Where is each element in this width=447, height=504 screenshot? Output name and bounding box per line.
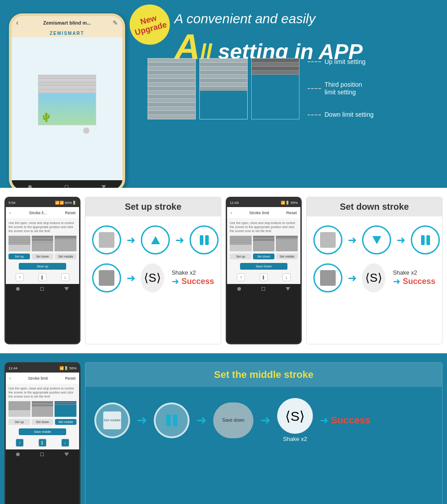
setdown-shake-label: Shake x2 [393,269,435,276]
phone-top-bar: ‹ Zemismart blind m... ✎ [12,16,122,30]
phone-back-icon: ‹ [16,19,18,27]
setup-stroke-body: ➜ ➜ ➜ ⟨S⟩ Shake x2 [85,216,221,301]
blind-labels: Up limit setting Third position limit se… [308,58,374,119]
middle-success-label: Success [331,415,371,426]
setup-stroke-title: Set up stroke [85,197,221,216]
setdown-success-label: Success [403,277,435,286]
phone-nav [12,180,122,188]
setup-step3-icon [190,225,219,254]
middle-arrow-4: ➜ [320,414,329,427]
setup-step1-icon [92,225,121,254]
middle-arrow-2: ➜ [196,413,207,428]
ps-body-left: Use the open, close and stop buttons to … [6,218,79,284]
phone-title: Zemismart blind m... [43,20,91,25]
blind-diagram-3 [251,58,299,119]
up-limit-label: Up limit setting [308,58,374,66]
setdown-step1-icon [313,225,342,254]
setup-shake-label: Shake x2 [172,269,214,276]
setup-arrow-1: ➜ [127,234,135,246]
setdown-arrow-3: ➜ [348,272,357,284]
third-position-label: Third position limit setting [308,81,374,96]
ps-statusbar-bot: 11:44 📶🔋 56% [6,364,79,373]
phone-edit-icon: ✎ [113,19,118,26]
middle-arrow-1: ➜ [137,413,147,428]
middle-shake-icon: ⟨S⟩ [277,398,313,434]
setdown-step3-icon [411,225,440,254]
ps-body-right: Use the open, close and stop buttons to … [227,218,300,284]
ps-titlebar-bot: ‹ Stroke limit Reset [6,373,79,384]
setdown-row-2: ➜ ⟨S⟩ Shake x2 ➜ Success [313,263,435,292]
setup-stroke-panel: Set up stroke ➜ ➜ [85,197,221,344]
section-bot: 11:44 📶🔋 56% ‹ Stroke limit Reset Use th… [0,353,447,504]
middle-step2-icon [154,402,190,438]
setdown-stroke-body: ➜ ➜ ➜ ⟨S⟩ Shake x2 [307,216,442,301]
ps-titlebar-right: ‹ Stroke limit Reset [227,207,300,218]
ps-titlebar-left: ‹ Stroke li... Reset [6,207,79,218]
middle-step1-label: Set middie [103,411,121,429]
setdown-step2-icon [362,225,391,254]
setup-arrow-2: ➜ [175,234,184,246]
setdown-stroke-panel: Set down stroke ➜ ➜ [306,197,443,344]
down-limit-label: Down limit setting [308,111,374,119]
phone-setmiddle-screenshot: 11:44 📶🔋 56% ‹ Stroke limit Reset Use th… [4,362,80,504]
setdown-stroke-title: Set down stroke [307,197,442,216]
setup-row-1: ➜ ➜ [92,225,214,254]
setup-arrow-3: ➜ [127,272,135,284]
ps-body-bot: Use the open, close and stop buttons to … [6,384,79,449]
phone-brand: ZEMISMART [12,30,122,37]
top-banner-section: ‹ Zemismart blind m... ✎ ZEMISMART 🌵 [0,0,447,188]
phone-setdown-screenshot: 11:43 📶🔋 55% ‹ Stroke limit Reset Use th… [226,197,302,344]
ps-statusbar-left: 5:54 📶📶 60%🔋 [6,198,79,207]
blind-diagrams: Up limit setting Third position limit se… [148,58,374,119]
middle-stroke-body: Set middie ➜ ➜ Save down ➜ ⟨S⟩ Shake x2 [85,387,442,453]
setdown-row-1: ➜ ➜ [313,225,435,254]
middle-stroke-title: Set the middle stroke [85,363,442,387]
setdown-step4-icon [313,263,342,292]
setup-step2-icon [141,225,170,254]
middle-step1-icon: Set middie [94,402,130,438]
middle-shake-area: ⟨S⟩ Shake x2 [277,398,313,442]
middle-step3-btn: Save down [213,402,253,438]
setup-step4-icon [92,263,121,292]
setup-row-2: ➜ ⟨S⟩ Shake x2 ➜ Success [92,263,214,292]
blind-diagram-1 [148,58,196,119]
setup-shake-icon: ⟨S⟩ [141,263,164,292]
middle-stroke-panel: Set the middle stroke Set middie ➜ ➜ Sav… [85,362,443,504]
setdown-arrow-1: ➜ [348,234,357,246]
heading-line1: A convenient and easily [174,11,363,26]
blind-diagram-2 [199,58,248,119]
middle-arrow-3: ➜ [260,413,270,428]
phone-setup-screenshot: 5:54 📶📶 60%🔋 ‹ Stroke li... Reset Use th… [4,197,80,344]
setdown-shake-icon: ⟨S⟩ [362,263,385,292]
phone-mockup-main: ‹ Zemismart blind m... ✎ ZEMISMART 🌵 [9,13,125,188]
new-upgrade-badge: NewUpgrade [125,0,174,49]
section-mid: 5:54 📶📶 60%🔋 ‹ Stroke li... Reset Use th… [0,188,447,353]
phone-screen: 🌵 [12,37,122,180]
setup-success-label: Success [181,277,214,286]
ps-statusbar-right: 11:43 📶🔋 55% [227,198,300,207]
setdown-arrow-2: ➜ [396,234,405,246]
middle-shake-label: Shake x2 [283,436,307,442]
